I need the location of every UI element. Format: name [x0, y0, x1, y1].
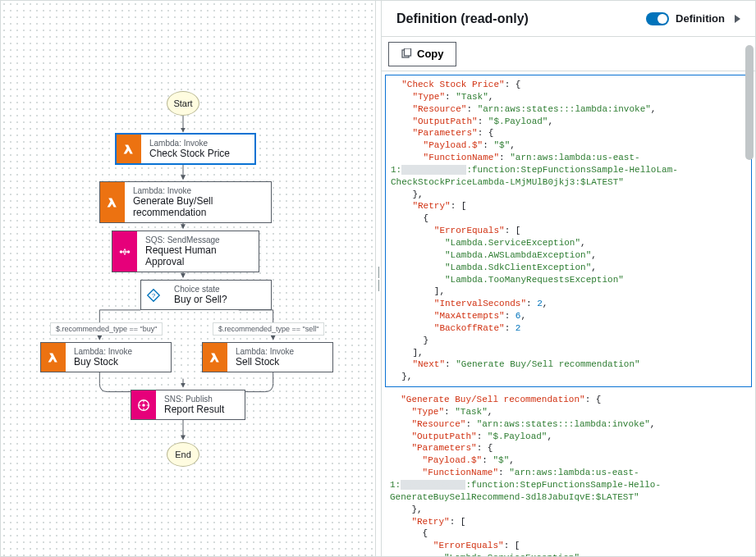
node-choice-buy-or-sell[interactable]: ? Choice stateBuy or Sell? — [140, 280, 272, 310]
node-subtitle: Choice state — [174, 285, 263, 294]
node-subtitle: Lambda: Invoke — [133, 186, 263, 195]
node-buy-stock[interactable]: Lambda: InvokeBuy Stock — [40, 342, 172, 372]
node-subtitle: Lambda: Invoke — [74, 347, 163, 356]
node-check-stock-price[interactable]: Lambda: InvokeCheck Stock Price — [116, 134, 255, 164]
chevron-right-icon[interactable] — [735, 15, 740, 23]
sqs-icon — [112, 231, 137, 272]
node-title: Buy or Sell? — [174, 294, 263, 305]
code-toolbar: Copy — [382, 37, 755, 71]
node-title: Request Human Approval — [145, 244, 250, 267]
end-node[interactable]: End — [167, 442, 199, 467]
node-subtitle: SNS: Publish — [164, 395, 236, 404]
code-text: "Generate Buy/Sell recommendation": { "T… — [390, 394, 747, 556]
definition-toggle-label: Definition — [676, 12, 725, 25]
panel-resize-handle[interactable] — [375, 1, 382, 556]
lambda-icon — [203, 343, 227, 372]
svg-point-6 — [120, 250, 123, 253]
panel-title: Definition (read-only) — [396, 11, 646, 26]
code-text: "Check Stock Price": { "Type": "Task", "… — [391, 79, 746, 383]
code-block-next: "Generate Buy/Sell recommendation": { "T… — [385, 390, 752, 556]
node-request-human-approval[interactable]: SQS: SendMessageRequest Human Approval — [112, 231, 259, 272]
node-title: Report Result — [164, 404, 236, 415]
definition-toggle[interactable] — [646, 12, 669, 25]
branch-label-buy: $.recommended_type == "buy" — [50, 322, 163, 336]
node-subtitle: Lambda: Invoke — [149, 139, 246, 148]
choice-icon: ? — [141, 281, 166, 309]
canvas-arrows — [1, 1, 375, 556]
start-node[interactable]: Start — [167, 91, 199, 116]
sns-icon — [131, 390, 156, 419]
node-title: Check Stock Price — [149, 148, 246, 159]
branch-label-sell: $.recommended_type == "sell" — [213, 322, 324, 336]
workflow-canvas[interactable]: Start Lambda: InvokeCheck Stock Price La… — [1, 1, 375, 556]
code-block-selected: "Check Stock Price": { "Type": "Task", "… — [385, 75, 752, 387]
end-label: End — [175, 450, 191, 459]
node-subtitle: SQS: SendMessage — [145, 235, 250, 244]
start-label: Start — [173, 98, 192, 108]
definition-header: Definition (read-only) Definition — [382, 1, 755, 37]
node-title: Buy Stock — [74, 356, 163, 368]
app-root: Start Lambda: InvokeCheck Stock Price La… — [0, 0, 756, 557]
node-subtitle: Lambda: Invoke — [236, 347, 324, 356]
svg-rect-12 — [405, 48, 411, 56]
node-report-result[interactable]: SNS: PublishReport Result — [131, 390, 245, 420]
svg-point-7 — [127, 250, 131, 253]
copy-icon — [401, 48, 412, 60]
node-title: Sell Stock — [236, 356, 324, 368]
lambda-icon — [117, 135, 141, 163]
definition-toggle-group: Definition — [646, 12, 740, 25]
svg-point-10 — [142, 404, 145, 407]
node-title: Generate Buy/Sell recommendation — [133, 195, 263, 218]
svg-text:?: ? — [152, 291, 156, 299]
definition-panel: Definition (read-only) Definition Copy "… — [382, 1, 755, 556]
copy-button-label: Copy — [417, 48, 444, 60]
node-generate-recommendation[interactable]: Lambda: InvokeGenerate Buy/Sell recommen… — [99, 181, 272, 223]
scrollbar-thumb[interactable] — [745, 45, 754, 160]
copy-button[interactable]: Copy — [388, 42, 456, 66]
code-scroll-area[interactable]: "Check Stock Price": { "Type": "Task", "… — [382, 71, 755, 556]
lambda-icon — [41, 343, 66, 372]
lambda-icon — [100, 182, 125, 222]
node-sell-stock[interactable]: Lambda: InvokeSell Stock — [202, 342, 333, 372]
